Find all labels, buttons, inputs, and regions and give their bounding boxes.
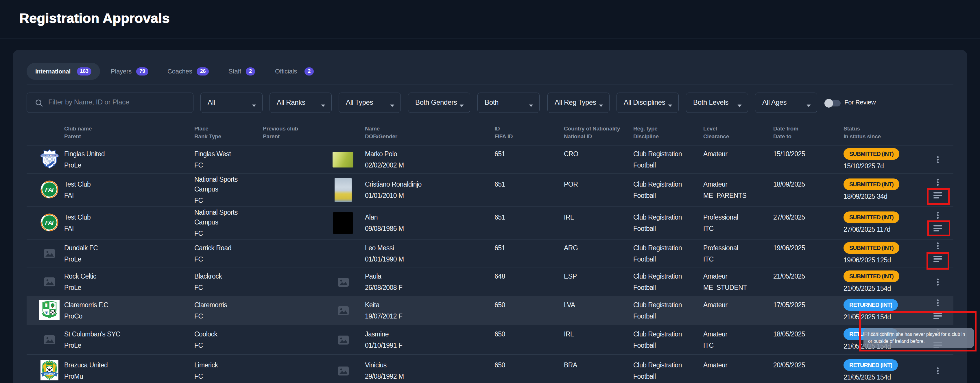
svg-text:20: 20 (44, 164, 46, 166)
svg-text:15: 15 (53, 164, 56, 166)
svg-text:FAI: FAI (45, 186, 54, 193)
svg-text:UNITED: UNITED (47, 376, 52, 378)
svg-text:FINGLAS UNITED: FINGLAS UNITED (41, 155, 57, 156)
svg-text:BRAZUCA: BRAZUCA (44, 372, 55, 375)
svg-text:FAI: FAI (45, 219, 54, 226)
